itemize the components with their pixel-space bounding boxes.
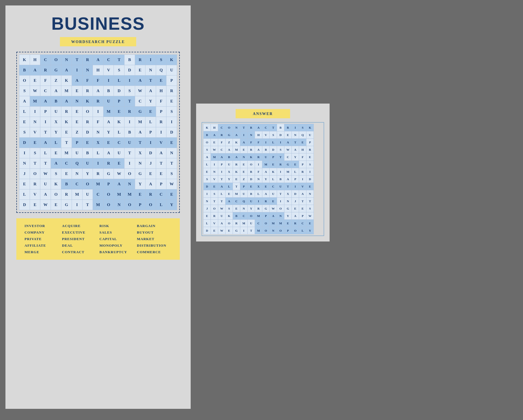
answer-grid-cell: C xyxy=(299,220,306,227)
answer-grid-cell: L xyxy=(299,227,306,234)
grid-cell: O xyxy=(103,189,114,200)
grid-cell: I xyxy=(124,158,135,169)
grid-cell: K xyxy=(114,117,124,127)
answer-grid-cell: A xyxy=(262,168,270,176)
grid-cell: Z xyxy=(72,127,82,138)
answer-grid-cell: K xyxy=(248,153,255,161)
answer-grid-cell: L xyxy=(270,176,277,183)
answer-grid-cell: E xyxy=(240,161,248,168)
grid-cell: N xyxy=(166,148,177,158)
answer-grid-cell: I xyxy=(277,139,284,146)
answer-grid-cell: L xyxy=(255,190,262,198)
answer-grid-cell: O xyxy=(262,220,270,227)
answer-grid-cell: I xyxy=(255,198,262,205)
grid-cell: I xyxy=(93,158,104,169)
grid-cell: A xyxy=(114,179,124,189)
grid-cell: O xyxy=(124,200,135,210)
answer-grid-cell: P xyxy=(240,183,248,190)
answer-grid-cell: O xyxy=(248,212,255,220)
grid-cell: R xyxy=(82,55,93,65)
answer-grid-cell: K xyxy=(270,168,277,176)
answer-grid-cell: Y xyxy=(262,176,270,183)
grid-cell: I xyxy=(30,107,40,117)
grid-cell: V xyxy=(103,65,114,75)
grid-cell: T xyxy=(124,148,135,158)
grid-cell: D xyxy=(82,127,93,138)
grid-cell: O xyxy=(51,189,61,200)
answer-grid-cell: B xyxy=(233,212,240,220)
answer-grid-cell: M xyxy=(270,220,277,227)
grid-cell: M xyxy=(124,189,135,200)
answer-grid-cell: J xyxy=(203,205,211,212)
answer-grid-cell: T xyxy=(292,139,299,146)
answer-grid-cell: Q xyxy=(299,131,306,139)
grid-cell: T xyxy=(61,138,72,148)
grid-cell: E xyxy=(72,86,82,96)
answer-grid-cell: U xyxy=(226,161,233,168)
word-list-item: DEAL xyxy=(62,243,97,248)
grid-cell: A xyxy=(61,65,72,75)
answer-grid-cell: S xyxy=(226,205,233,212)
grid-cell: X xyxy=(135,148,145,158)
answer-grid-cell: A xyxy=(203,153,211,161)
answer-grid-cell: A xyxy=(233,153,240,161)
grid-cell: A xyxy=(93,86,104,96)
grid-cell: N xyxy=(124,179,135,189)
answer-grid-cell: W xyxy=(218,205,226,212)
grid-cell: A xyxy=(40,138,51,148)
answer-grid-cell: T xyxy=(248,227,255,234)
grid-cell: U xyxy=(40,179,51,189)
grid-cell: A xyxy=(40,189,51,200)
answer-grid-cell: P xyxy=(292,176,299,183)
grid-cell: B xyxy=(103,86,114,96)
answer-grid-cell: M xyxy=(233,146,240,153)
grid-cell: I xyxy=(19,148,30,158)
answer-grid-cell: E xyxy=(233,176,240,183)
answer-grid-cell: R xyxy=(248,124,255,131)
grid-cell: K xyxy=(82,96,93,107)
answer-grid-cell: H xyxy=(255,131,262,139)
answer-grid-cell: N xyxy=(240,205,248,212)
grid-cell: U xyxy=(82,189,93,200)
answer-grid-cell: A xyxy=(218,153,226,161)
grid-cell: E xyxy=(19,117,30,127)
grid-cell: C xyxy=(40,55,51,65)
answer-grid-cell: G xyxy=(226,131,233,139)
grid-cell: E xyxy=(145,107,156,117)
main-grid-container: KHCONTRACTBRISKBARGAINHVSDENQUOEFZKAFFIL… xyxy=(16,52,180,213)
answer-grid-cell: W xyxy=(218,227,226,234)
grid-cell: F xyxy=(40,75,51,86)
grid-cell: K xyxy=(61,75,72,86)
word-list-item: COMPANY xyxy=(25,230,59,235)
grid-cell: U xyxy=(82,158,93,169)
word-list-item: ACQUIRE xyxy=(62,224,97,228)
answer-grid-cell: V xyxy=(211,220,218,227)
answer-grid-cell: K xyxy=(203,124,211,131)
word-list-item: PRESIDENT xyxy=(62,237,97,241)
answer-grid-cell: M xyxy=(277,220,284,227)
answer-grid-cell: G xyxy=(262,205,270,212)
grid-cell: A xyxy=(103,148,114,158)
answer-grid-cell: M xyxy=(284,168,292,176)
grid-cell: D xyxy=(166,127,177,138)
grid-cell: G xyxy=(135,107,145,117)
answer-grid-cell: S xyxy=(203,146,211,153)
grid-cell: L xyxy=(145,117,156,127)
grid-cell: P xyxy=(103,179,114,189)
answer-grid-cell: O xyxy=(292,227,299,234)
answer-grid-cell: P xyxy=(299,161,306,168)
answer-grid-cell: R xyxy=(218,131,226,139)
answer-grid-cell: R xyxy=(306,146,314,153)
answer-grid-container: KHCONTRACTBRISKBARGAINHVSDENQUOEFZKAFFIL… xyxy=(202,122,324,236)
answer-grid-cell: T xyxy=(277,190,284,198)
answer-grid-cell: N xyxy=(211,168,218,176)
grid-cell: T xyxy=(114,55,124,65)
answer-grid-cell: T xyxy=(306,198,314,205)
answer-grid-cell: D xyxy=(277,131,284,139)
grid-cell: U xyxy=(166,65,177,75)
grid-cell: Y xyxy=(166,200,177,210)
answer-grid-cell: T xyxy=(218,198,226,205)
grid-cell: M xyxy=(114,189,124,200)
grid-cell: S xyxy=(30,148,40,158)
grid-cell: E xyxy=(166,189,177,200)
